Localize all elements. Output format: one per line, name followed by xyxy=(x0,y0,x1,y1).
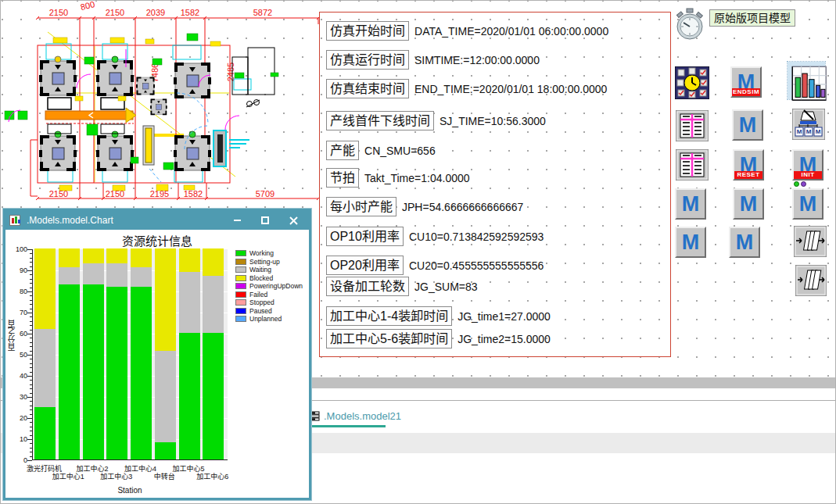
method-icon[interactable]: M xyxy=(732,109,763,141)
shift-calendar-icon[interactable] xyxy=(675,66,709,99)
chart-object-icon-selected[interactable] xyxy=(788,62,825,99)
kpi-value: JG_SUM=83 xyxy=(414,281,478,293)
kpi-row: 加工中心1-4装卸时间JG_time1=27.0000 xyxy=(326,306,551,326)
method-icon[interactable]: M xyxy=(675,227,706,258)
legend-item: Waiting xyxy=(235,266,303,274)
maximize-icon xyxy=(261,216,269,224)
cad-room-outline xyxy=(232,48,274,95)
bar-segment-Working xyxy=(179,333,200,459)
active-tab-underline xyxy=(310,425,386,427)
method-icon[interactable]: M xyxy=(733,188,764,220)
data-table-icon[interactable] xyxy=(676,149,709,181)
kpi-value: END_TIME:=2020/01/01 18:00:00.0000 xyxy=(414,83,607,95)
kpi-label[interactable]: 加工中心5-6装卸时间 xyxy=(326,329,452,349)
kpi-value: CN_SMU=656 xyxy=(364,145,436,157)
svg-text:2150: 2150 xyxy=(106,8,124,17)
chart-window-icon xyxy=(9,215,20,226)
maximize-button[interactable] xyxy=(254,213,276,227)
kpi-label[interactable]: 加工中心1-4装卸时间 xyxy=(326,306,452,326)
x-axis-title: Station xyxy=(32,486,228,495)
bar-segment-Blocked xyxy=(83,248,104,263)
method-init-icon[interactable]: M INIT xyxy=(792,149,823,181)
method-icon[interactable]: M xyxy=(729,227,760,258)
legend-item: Paused xyxy=(235,307,303,316)
tab-models-model21[interactable]: .Models.model21 xyxy=(310,407,401,425)
buffer-stack-icon[interactable] xyxy=(794,226,827,257)
legend-item: Setting-up xyxy=(235,258,303,266)
kpi-row: 设备加工轮数JG_SUM=83 xyxy=(326,277,478,296)
chart-canvas: 资源统计信息 0102030405060708090100 激光打码机加工中心1… xyxy=(5,230,309,498)
bar-segment-Working xyxy=(131,287,152,459)
legend-item: Failed xyxy=(235,291,303,299)
method-icon[interactable]: M xyxy=(792,188,823,220)
kpi-label[interactable]: 设备加工轮数 xyxy=(326,277,409,296)
svg-text:M: M xyxy=(797,128,802,135)
green-status-dot xyxy=(794,181,799,187)
legend-item: Unplanned xyxy=(235,315,303,323)
kpi-row: OP10利用率CU10=0.713842592592593 xyxy=(326,227,544,246)
kpi-row: 仿真开始时间DATA_TIME=2020/01/01 06:00:00.0000 xyxy=(326,21,608,41)
bar-segment-Blocked xyxy=(59,248,80,267)
method-letter: M xyxy=(799,194,817,215)
kpi-value: JG_time2=15.0000 xyxy=(457,333,551,345)
kpi-row: 节拍Takt_Time=1:04.0000 xyxy=(326,168,470,188)
kpi-label[interactable]: 每小时产能 xyxy=(326,197,396,216)
kpi-value: CU10=0.713842592592593 xyxy=(409,231,544,243)
kpi-row: 产线首件下线时间SJ_TIME=10:56.3000 xyxy=(326,111,546,130)
method-icon[interactable]: M xyxy=(675,188,706,220)
kpi-label[interactable]: 仿真结束时间 xyxy=(326,79,409,98)
tab-label: .Models.model21 xyxy=(324,410,401,422)
method-reset-icon[interactable]: M RESET xyxy=(733,149,764,181)
kpi-row: OP20利用率CU20=0.455555555555556 xyxy=(326,256,544,275)
svg-text:5872: 5872 xyxy=(253,8,272,17)
svg-text:1582: 1582 xyxy=(184,189,203,198)
close-icon xyxy=(289,216,298,225)
legend-item: PoweringUpDown xyxy=(235,282,303,291)
cad-status-dot xyxy=(112,56,118,63)
kpi-label[interactable]: 仿真开始时间 xyxy=(326,21,409,41)
svg-text:2039: 2039 xyxy=(146,8,165,17)
bar-segment-Working xyxy=(34,407,56,460)
init-banner: INIT xyxy=(794,171,822,179)
kpi-label[interactable]: 产能 xyxy=(326,141,359,160)
kpi-label[interactable]: OP20利用率 xyxy=(326,256,404,275)
bar-segment-Working xyxy=(106,287,127,459)
kpi-row: 仿真结束时间END_TIME:=2020/01/01 18:00:00.0000 xyxy=(326,79,607,98)
buffer-stack-icon[interactable] xyxy=(795,265,827,296)
method-dispatcher-icon[interactable]: M M M xyxy=(792,109,825,140)
method-letter: M xyxy=(740,194,758,215)
chart-window-titlebar[interactable]: .Models.model.Chart xyxy=(5,211,309,230)
method-letter: M xyxy=(682,232,700,253)
close-button[interactable] xyxy=(282,213,304,227)
kpi-label[interactable]: 节拍 xyxy=(326,168,359,188)
svg-text:1582: 1582 xyxy=(181,8,199,17)
data-table-icon[interactable] xyxy=(676,110,709,141)
method-letter: M xyxy=(682,194,700,215)
method-endsim-icon[interactable]: M ENDSIM xyxy=(730,66,762,98)
bar-segment-Blocked xyxy=(34,248,56,329)
cad-cyan-note xyxy=(229,140,249,148)
plant-simulation-window: 2150 800 2150 2039 1582 5872 2150 2150 2… xyxy=(0,0,836,504)
chart-window-title: .Models.model.Chart xyxy=(27,215,226,226)
model-frame-label[interactable]: 原始版项目模型 xyxy=(709,9,795,27)
bar-segment-Waiting xyxy=(106,263,127,287)
chart-legend: WorkingSetting-upWaitingBlockedPoweringU… xyxy=(235,249,303,323)
purple-status-dot xyxy=(801,181,806,187)
kpi-label[interactable]: 产线首件下线时间 xyxy=(326,111,434,130)
chart-title: 资源统计信息 xyxy=(5,232,309,248)
kpi-label[interactable]: 仿真运行时间 xyxy=(326,50,409,70)
bar-segment-Blocked xyxy=(179,248,200,272)
kpi-value: Takt_Time=1:04.0000 xyxy=(364,172,470,184)
svg-text:M: M xyxy=(806,128,812,135)
legend-item: Blocked xyxy=(235,274,303,283)
cad-layout: 2150 800 2150 2039 1582 5872 2150 2150 2… xyxy=(1,1,320,207)
cad-lifter-belt xyxy=(145,128,152,163)
svg-text:800: 800 xyxy=(80,1,96,12)
minimize-button[interactable] xyxy=(226,213,248,227)
method-letter: M xyxy=(736,232,754,253)
kpi-row: 产能CN_SMU=656 xyxy=(326,141,436,160)
event-controller-stopwatch-icon[interactable] xyxy=(672,6,708,41)
kpi-label[interactable]: OP10利用率 xyxy=(326,227,404,246)
bar-segment-Blocked xyxy=(131,248,152,267)
cad-compass-icon xyxy=(246,100,260,108)
